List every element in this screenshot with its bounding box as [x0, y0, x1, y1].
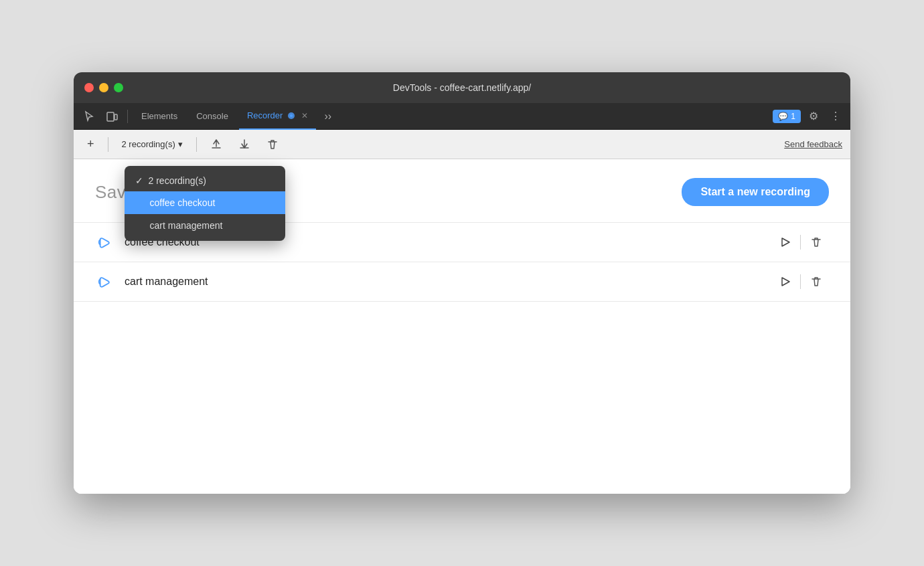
table-row: cart management	[74, 262, 850, 302]
export-btn[interactable]	[205, 135, 228, 154]
svg-rect-1	[114, 114, 117, 120]
play-icon-1	[779, 236, 791, 248]
maximize-button[interactable]	[114, 83, 123, 92]
tab-bar: Elements Console Recorder ✕ ›› 💬 1 ⚙	[74, 103, 850, 130]
dropdown-item-cart-management[interactable]: cart management	[125, 214, 285, 237]
recording-actions-2	[772, 272, 829, 292]
device-icon-btn[interactable]	[102, 108, 122, 125]
import-icon	[238, 138, 250, 151]
delete-btn[interactable]	[261, 135, 284, 154]
recorder-icon	[287, 111, 296, 120]
minimize-button[interactable]	[99, 83, 108, 92]
more-tabs-btn[interactable]: ››	[319, 108, 337, 125]
cursor-icon	[83, 110, 95, 122]
recording-type-icon-2	[97, 274, 112, 289]
play-btn-1[interactable]	[772, 232, 797, 252]
check-icon: ✓	[135, 175, 143, 186]
recording-selector: 2 recording(s) ▾ ✓ 2 recording(s) coffee…	[117, 136, 188, 152]
devtools-window: DevTools - coffee-cart.netlify.app/ Elem…	[74, 72, 850, 494]
settings-btn[interactable]: ⚙	[805, 107, 822, 125]
delete-recording-btn-1[interactable]	[803, 232, 829, 252]
recording-name-2: cart management	[125, 276, 761, 288]
recording-actions-1	[772, 232, 829, 252]
trash-icon	[266, 138, 279, 151]
play-btn-2[interactable]	[772, 272, 797, 292]
cursor-icon-btn[interactable]	[79, 108, 99, 125]
tab-right-section: 💬 1 ⚙ ⋮	[773, 107, 845, 125]
dropdown-header: ✓ 2 recording(s)	[125, 170, 285, 191]
dropdown-menu: ✓ 2 recording(s) coffee checkout cart ma…	[125, 166, 285, 241]
tab-divider	[127, 110, 128, 123]
devtools-body: Elements Console Recorder ✕ ›› 💬 1 ⚙	[74, 103, 850, 494]
dropdown-item-coffee-checkout[interactable]: coffee checkout	[125, 191, 285, 214]
traffic-lights	[84, 83, 123, 92]
trash-icon-1	[810, 236, 822, 248]
feedback-badge[interactable]: 💬 1	[773, 110, 801, 123]
close-button[interactable]	[84, 83, 94, 92]
toolbar-divider-2	[196, 137, 197, 152]
trash-icon-2	[810, 276, 822, 288]
export-icon	[210, 138, 222, 151]
chevron-down-icon: ▾	[178, 139, 183, 149]
delete-recording-btn-2[interactable]	[803, 272, 829, 292]
send-feedback-btn[interactable]: Send feedback	[784, 139, 842, 149]
import-btn[interactable]	[233, 135, 256, 154]
more-options-btn[interactable]: ⋮	[826, 107, 845, 125]
start-recording-btn[interactable]: Start a new recording	[682, 178, 829, 206]
tab-close-icon[interactable]: ✕	[301, 111, 308, 120]
chat-icon: 💬	[778, 112, 788, 121]
action-divider-1	[800, 235, 801, 250]
tab-console[interactable]: Console	[188, 103, 236, 130]
action-divider-2	[800, 274, 801, 289]
toolbar: + 2 recording(s) ▾ ✓ 2 recording(s) coff…	[74, 130, 850, 159]
tab-elements[interactable]: Elements	[133, 103, 185, 130]
add-recording-btn[interactable]: +	[82, 134, 100, 155]
title-bar: DevTools - coffee-cart.netlify.app/	[74, 72, 850, 103]
recording-dropdown-btn[interactable]: 2 recording(s) ▾	[117, 136, 188, 152]
device-icon	[106, 110, 118, 122]
window-title: DevTools - coffee-cart.netlify.app/	[393, 82, 531, 93]
svg-point-3	[290, 114, 293, 117]
play-icon-2	[779, 276, 791, 288]
recording-icon-2	[95, 274, 114, 289]
recording-type-icon	[97, 235, 112, 250]
toolbar-divider-1	[108, 137, 108, 152]
svg-rect-0	[107, 112, 114, 121]
recording-icon-1	[95, 235, 114, 250]
tab-recorder[interactable]: Recorder ✕	[239, 103, 316, 130]
